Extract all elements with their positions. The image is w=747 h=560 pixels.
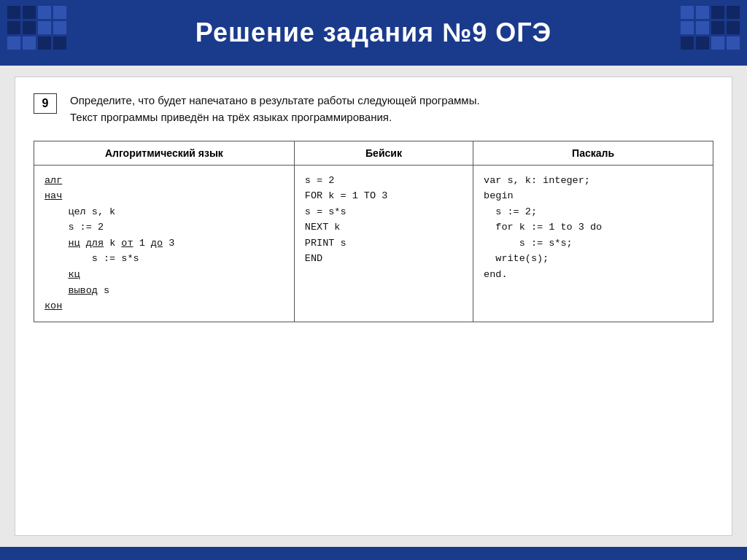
pascal-line-7: end. — [484, 269, 507, 280]
algo-line-4: s := 2 — [44, 222, 104, 233]
basic-line-6: END — [305, 253, 322, 264]
algo-line-2: нач — [44, 190, 62, 201]
basic-line-2: FOR k = 1 TO 3 — [305, 190, 387, 201]
header-decoration-right — [681, 6, 740, 50]
algo-code: алг нач цел s, k s := 2 нц для k от 1 до… — [34, 165, 295, 322]
algo-line-6: s := s*s — [44, 253, 139, 264]
algo-line-8: вывод s — [44, 285, 109, 296]
pascal-line-5: s := s*s; — [484, 238, 573, 249]
basic-line-4: NEXT k — [305, 222, 341, 233]
basic-line-5: PRINT s — [305, 238, 347, 249]
basic-line-1: s = 2 — [305, 175, 335, 186]
question-text: Определите, что будет напечатано в резул… — [70, 92, 480, 126]
code-row: алг нач цел s, k s := 2 нц для k от 1 до… — [34, 165, 713, 322]
algo-line-5: нц для k от 1 до 3 — [44, 238, 174, 249]
page-header: Решение задания №9 ОГЭ — [0, 0, 747, 66]
pascal-line-4: for k := 1 to 3 do — [484, 222, 602, 233]
main-content: 9 Определите, что будет напечатано в рез… — [15, 77, 732, 536]
bottom-decoration-bar — [0, 547, 747, 560]
pascal-line-2: begin — [484, 190, 514, 201]
col-header-basic: Бейсик — [294, 141, 473, 165]
pascal-line-6: write(s); — [484, 253, 549, 264]
basic-code: s = 2 FOR k = 1 TO 3 s = s*s NEXT k PRIN… — [294, 165, 473, 322]
pascal-line-1: var s, k: integer; — [484, 175, 590, 186]
pascal-line-3: s := 2; — [484, 206, 537, 217]
col-header-algo: Алгоритмический язык — [34, 141, 295, 165]
question-line2: Текст программы приведён на трёх языках … — [70, 111, 392, 123]
algo-line-1: алг — [44, 175, 62, 186]
header-decoration-left — [7, 6, 66, 50]
algo-line-7: кц — [44, 269, 80, 280]
page-title: Решение задания №9 ОГЭ — [196, 18, 551, 48]
basic-line-3: s = s*s — [305, 206, 347, 217]
col-header-pascal: Паскаль — [473, 141, 713, 165]
question-number: 9 — [34, 93, 57, 114]
algo-line-3: цел s, k — [44, 206, 115, 217]
question-line1: Определите, что будет напечатано в резул… — [70, 94, 480, 106]
question-row: 9 Определите, что будет напечатано в рез… — [34, 92, 713, 126]
algo-line-9: кон — [44, 300, 62, 311]
pascal-code: var s, k: integer; begin s := 2; for k :… — [473, 165, 713, 322]
code-table: Алгоритмический язык Бейсик Паскаль алг … — [34, 141, 713, 322]
